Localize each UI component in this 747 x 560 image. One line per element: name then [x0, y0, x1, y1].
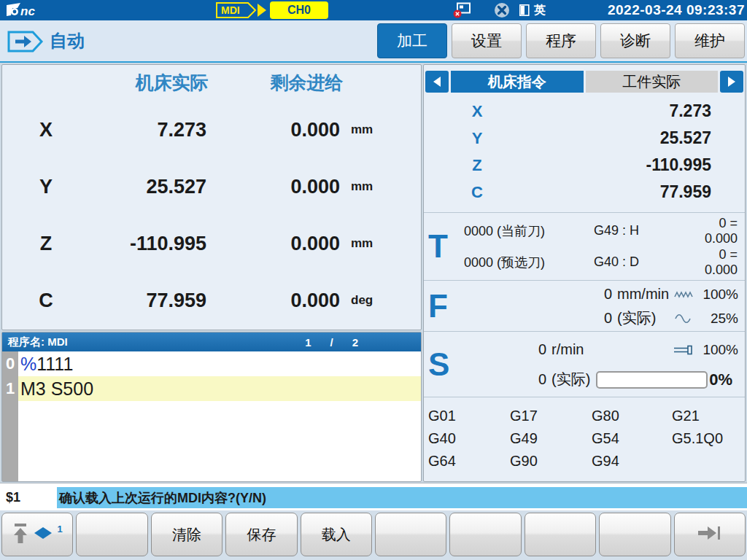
softkey-back[interactable]: 1 [1, 513, 73, 556]
feed-section-label: F [428, 290, 448, 322]
feed-unit: mm/min [617, 286, 669, 303]
axis-label: C [466, 183, 488, 202]
axis-remain-value: 0.000 [206, 176, 340, 198]
hnc-logo-icon: nc [6, 2, 50, 18]
softkey-save[interactable]: 保存 [225, 513, 297, 556]
coordinate-values: X 7.273 Y 25.527 Z -110.995 C 77.959 [424, 98, 745, 206]
softkey-next-menu[interactable] [674, 513, 746, 556]
line-number: 1 [2, 379, 18, 398]
axis-unit: mm [340, 122, 422, 137]
page-current: 1 [305, 336, 311, 349]
program-body[interactable]: 0 %1111 1 M3 S500 [2, 351, 421, 481]
gcode: G5.1Q0 [672, 430, 745, 447]
softkey-2[interactable] [76, 513, 147, 556]
page-total: 2 [352, 336, 358, 349]
softkey-page-indicator: 1 [58, 524, 63, 534]
spindle-actual-label: (实际) [551, 370, 590, 389]
line-number: 0 [2, 354, 18, 373]
feed-section: F 0 mm/min 100% 0 (实际) 25% [424, 280, 745, 331]
program-panel: 程序名: MDI 1 / 2 0 %1111 1 M3 S500 [1, 332, 422, 482]
axis-label: X [2, 119, 90, 141]
tab-machine-command[interactable]: 机床指令 [451, 71, 584, 93]
axis-label: Y [2, 176, 90, 198]
axis-label: X [466, 102, 488, 121]
spindle-command-row: 0 r/min 100% [424, 335, 745, 365]
tab-program[interactable]: 程序 [526, 23, 596, 58]
axis-remain-value: 0.000 [206, 233, 340, 255]
language-toggle[interactable]: 英 [534, 0, 546, 20]
gcode: G49 [510, 430, 592, 447]
gcode-modal-panel: G01 G17 G80 G21 G40 G49 G54 G5.1Q0 G64 G… [424, 397, 745, 484]
current-tool-number: 0000 (当前刀) [464, 222, 594, 240]
coord-tab-next-button[interactable] [720, 71, 743, 93]
softkey-8[interactable] [525, 513, 596, 556]
tab-machining[interactable]: 加工 [377, 23, 447, 58]
chevron-right-icon [727, 76, 737, 88]
softkey-load[interactable]: 载入 [301, 513, 372, 556]
tab-settings[interactable]: 设置 [452, 23, 522, 58]
coord-tab-prev-button[interactable] [425, 71, 449, 93]
mode-bar: 自动 加工 设置 程序 诊断 维护 [0, 20, 747, 63]
gcode: G90 [510, 453, 592, 470]
feed-override-icon [671, 314, 697, 324]
axis-value: -110.995 [488, 155, 711, 175]
column-header-machine-actual: 机床实际 [112, 71, 232, 95]
rapid-override-icon [671, 289, 697, 300]
program-line-0[interactable]: 0 %1111 [2, 351, 421, 376]
length-comp-gcode: G49 : H [594, 223, 697, 238]
axis-actual-value: 7.273 [90, 119, 206, 141]
program-line-text: 1111 [36, 354, 73, 374]
tool-section: T 0000 (当前刀) G49 : H 0 = 0.000 0000 (预选刀… [424, 212, 745, 280]
gcode: G94 [592, 453, 672, 470]
gcode: G40 [428, 430, 510, 447]
axis-label: Y [466, 129, 488, 148]
softkey-clear[interactable]: 清除 [151, 513, 222, 556]
disconnect-status-icon [493, 2, 511, 21]
feed-actual-label: (实际) [617, 308, 656, 328]
program-title: 程序名: MDI [8, 335, 68, 349]
tab-diagnosis[interactable]: 诊断 [600, 23, 670, 58]
axis-value: 7.273 [488, 101, 711, 121]
rapid-override-percent: 100% [697, 287, 738, 303]
gcode: G80 [592, 408, 672, 424]
axis-remain-value: 0.000 [206, 119, 340, 141]
axis-unit: deg [340, 293, 422, 308]
spindle-override-icon [671, 344, 697, 356]
program-pager: 1 / 2 [305, 336, 358, 349]
coord-row-c: C 77.959 [424, 179, 745, 206]
tab-workpiece-actual[interactable]: 工件实际 [586, 71, 719, 93]
axis-row-y: Y 25.527 0.000 mm [2, 158, 421, 215]
status-panel: 机床指令 工件实际 X 7.273 Y 25.527 Z -110.995 C … [423, 64, 746, 482]
feed-override-percent: 25% [697, 311, 738, 327]
softkey-9[interactable] [599, 513, 670, 556]
chevron-left-icon [432, 76, 442, 88]
return-up-icon [12, 521, 28, 548]
gcode: G17 [510, 408, 592, 424]
softkey-6[interactable] [375, 513, 446, 556]
tab-maintenance[interactable]: 维护 [675, 23, 745, 58]
column-header-remaining-feed: 剩余进给 [247, 71, 367, 95]
mode-label: 自动 [50, 20, 85, 61]
softkey-bar: 1 清除 保存 载入 [0, 510, 747, 560]
channel-indicator: $1 [6, 483, 20, 511]
axis-row-c: C 77.959 0.000 deg [2, 272, 421, 329]
spindle-actual-row: 0 (实际) 0% [424, 365, 745, 394]
program-line-1-current[interactable]: 1 M3 S500 [2, 376, 421, 401]
network-disconnected-icon [452, 2, 474, 21]
top-status-bar: nc MDI CH0 英 2022-03-24 09:23:37 [0, 0, 747, 20]
axis-unit: mm [340, 179, 422, 194]
channel-badge: CH0 [270, 1, 328, 19]
gcode: G64 [428, 453, 510, 470]
mdi-mode-badge: MDI [216, 2, 270, 18]
auto-mode-icon [7, 31, 44, 55]
spindle-section: S 0 r/min 100% 0 (实际) 0% [424, 331, 745, 397]
softkey-7[interactable] [449, 513, 521, 556]
axis-value: 25.527 [488, 128, 711, 148]
program-percent-prefix: % [20, 354, 36, 374]
program-header: 程序名: MDI 1 / 2 [2, 332, 421, 351]
current-tool-row: 0000 (当前刀) G49 : H 0 = 0.000 [424, 215, 745, 246]
feed-command-row: 0 mm/min 100% [424, 282, 745, 306]
axis-value: 77.959 [488, 182, 711, 202]
axis-remain-value: 0.000 [206, 289, 340, 312]
next-menu-arrow-icon [697, 523, 723, 547]
